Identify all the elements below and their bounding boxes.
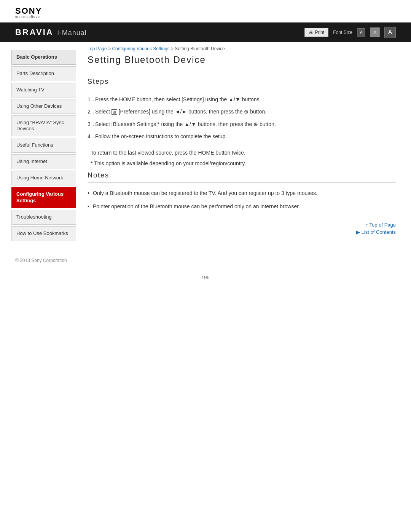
step-4: 4． Follow the on-screen instructions to … <box>88 132 396 141</box>
bravia-logo: BRAVIA <box>15 27 54 37</box>
print-button[interactable]: 🖨 Print <box>304 28 329 37</box>
step-2: 2． Select ⊞ [Preferences] using the ◄/► … <box>88 107 396 116</box>
print-label: Print <box>315 30 325 35</box>
sidebar-item-using-other-devices[interactable]: Using Other Devices <box>11 99 76 114</box>
sidebar-item-using-home-network[interactable]: Using Home Network <box>11 171 76 185</box>
note-1: Only a Bluetooth mouse can be registered… <box>88 189 396 197</box>
sidebar-item-using-internet[interactable]: Using Internet <box>11 154 76 169</box>
steps-list: 1． Press the HOME button, then select [S… <box>88 95 396 141</box>
imanual-title: i-Manual <box>57 29 87 37</box>
copyright-text: © 2013 Sony Corporation <box>15 258 67 263</box>
bottom-links: Top of Page List of Contents <box>88 222 396 235</box>
notes-list: Only a Bluetooth mouse can be registered… <box>88 189 396 211</box>
step-3-text: Select [Bluetooth Settings]* using the ▲… <box>95 121 276 127</box>
font-size-label: Font Size <box>333 30 352 35</box>
breadcrumb-current: Setting Bluetooth Device <box>175 46 225 51</box>
breadcrumb-configuring[interactable]: Configuring Various Settings <box>112 46 169 51</box>
note-2: Pointer operation of the Bluetooth mouse… <box>88 202 396 211</box>
top-of-page-link[interactable]: Top of Page <box>366 222 396 228</box>
sidebar: Basic Operations Parts Description Watch… <box>0 42 76 250</box>
steps-heading: Steps <box>88 78 396 89</box>
page-title: Setting Bluetooth Device <box>88 54 396 70</box>
font-size-medium-button[interactable]: A <box>370 27 380 37</box>
page-wrapper: SONY make.believe BRAVIA i-Manual 🖨 Prin… <box>0 0 411 532</box>
content-area: Top Page > Configuring Various Settings … <box>76 42 411 250</box>
step-4-num: 4． <box>88 132 96 141</box>
breadcrumb: Top Page > Configuring Various Settings … <box>88 42 396 54</box>
step-2-num: 2． <box>88 107 96 116</box>
footer: © 2013 Sony Corporation <box>0 250 411 271</box>
sidebar-item-parts-description[interactable]: Parts Description <box>11 66 76 81</box>
extra-info-2: * This option is available depending on … <box>88 159 396 168</box>
sony-logo: SONY make.believe <box>15 7 396 19</box>
breadcrumb-sep2: > <box>171 46 175 51</box>
step-1: 1． Press the HOME button, then select [S… <box>88 95 396 104</box>
sidebar-item-configuring-various-settings[interactable]: Configuring Various Settings <box>11 187 76 208</box>
nav-bar: BRAVIA i-Manual 🖨 Print Font Size A A A <box>0 22 411 42</box>
sidebar-item-how-to-use-bookmarks[interactable]: How to Use Bookmarks <box>11 226 76 241</box>
step-4-text: Follow the on-screen instructions to com… <box>95 133 227 139</box>
font-size-large-button[interactable]: A <box>384 27 396 38</box>
extra-info-1: To return to the last viewed source, pre… <box>88 149 396 157</box>
sidebar-item-using-bravia-sync[interactable]: Using "BRAVIA" Sync Devices <box>11 115 76 137</box>
notes-heading: Notes <box>88 171 396 183</box>
nav-right: 🖨 Print Font Size A A A <box>304 27 396 38</box>
sony-brand-text: SONY <box>15 7 396 15</box>
step-3: 3． Select [Bluetooth Settings]* using th… <box>88 120 396 128</box>
breadcrumb-sep1: > <box>108 46 112 51</box>
list-of-contents-link[interactable]: List of Contents <box>356 229 396 235</box>
sidebar-item-useful-functions[interactable]: Useful Functions <box>11 138 76 153</box>
sony-tagline-text: make.believe <box>15 15 396 19</box>
sidebar-item-basic-operations[interactable]: Basic Operations <box>11 50 76 65</box>
step-1-text: Press the HOME button, then select [Sett… <box>95 96 261 102</box>
page-number: 195 <box>0 271 411 288</box>
font-size-small-button[interactable]: A <box>357 28 365 37</box>
main-layout: Basic Operations Parts Description Watch… <box>0 42 411 250</box>
top-header: SONY make.believe <box>0 0 411 22</box>
sidebar-item-watching-tv[interactable]: Watching TV <box>11 83 76 97</box>
nav-left: BRAVIA i-Manual <box>15 27 87 37</box>
printer-icon: 🖨 <box>309 30 313 35</box>
breadcrumb-top-page[interactable]: Top Page <box>88 46 107 51</box>
sidebar-item-troubleshooting[interactable]: Troubleshooting <box>11 210 76 225</box>
step-3-num: 3． <box>88 120 96 128</box>
step-1-num: 1． <box>88 95 96 104</box>
step-2-text: Select ⊞ [Preferences] using the ◄/► but… <box>95 109 266 115</box>
